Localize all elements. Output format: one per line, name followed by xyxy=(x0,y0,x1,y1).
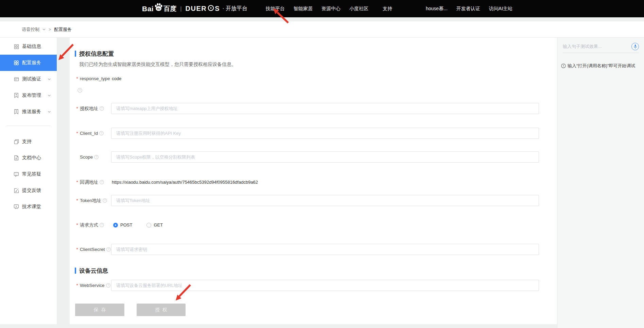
field-row-request-method: * 请求方式 ? POST GET xyxy=(76,219,163,231)
radio-selected-icon xyxy=(113,223,118,227)
nav-item-smart-home[interactable]: 智能家居 xyxy=(294,6,313,12)
help-icon[interactable]: ? xyxy=(106,283,110,288)
field-label: * response_type xyxy=(76,76,111,81)
sidebar-item-label: 文档中心 xyxy=(22,155,41,161)
section-title-text: 授权信息配置 xyxy=(79,50,114,58)
field-label: * WebService ? xyxy=(76,283,111,288)
response-type-value: code xyxy=(112,76,121,81)
required-asterisk: * xyxy=(76,283,79,288)
sidebar-item-label: 支持 xyxy=(22,139,32,145)
chevron-down-icon[interactable] xyxy=(48,111,51,113)
help-icon[interactable]: ? xyxy=(94,155,99,159)
baidu-dueros-logo[interactable]: Bai du 百度 | DUER S · 开放平台 xyxy=(142,0,247,17)
sidebar-item-config-service[interactable]: 配置服务 xyxy=(0,55,57,71)
grid-icon xyxy=(14,44,19,49)
field-label: * 请求方式 ? xyxy=(76,222,111,228)
test-panel: 输入“打开(调用名称)”即可开始调试 xyxy=(557,38,644,328)
required-asterisk: * xyxy=(76,180,79,185)
sidebar-item-label: 常见答疑 xyxy=(22,171,41,177)
nav-item-support[interactable]: 支持 xyxy=(383,6,392,12)
svg-text:?: ? xyxy=(101,107,103,110)
svg-text:?: ? xyxy=(95,155,97,159)
nav-item-xiaodu-community[interactable]: 小度社区 xyxy=(349,6,368,12)
field-row-client-id: * Client_Id ? xyxy=(76,128,539,139)
navbar-menu: 技能平台 智能家居 资源中心 小度社区 支持 xyxy=(266,0,392,17)
field-row-client-secret: * ClientSecret ? xyxy=(76,244,539,255)
svg-text:?: ? xyxy=(108,248,109,251)
sidebar-item-support[interactable]: 支持 xyxy=(0,133,57,150)
field-label: * ClientSecret ? xyxy=(76,247,111,252)
sidebar-item-publish-manage[interactable]: 发布管理 xyxy=(0,87,57,104)
baidu-paw-icon: du xyxy=(154,3,163,13)
section-subtitle: 我们已经为您生成智能家居类技能交互模型，您只需要授权相应设备信息。 xyxy=(79,61,236,68)
svg-text:?: ? xyxy=(101,131,102,135)
dueros-logo-s: S xyxy=(215,5,220,13)
help-icon[interactable]: ? xyxy=(103,198,107,203)
radio-post[interactable]: POST xyxy=(113,222,132,227)
sidebar-item-feedback[interactable]: 提交反馈 xyxy=(0,182,57,199)
breadcrumb: 语音控制 > 配置服务 xyxy=(22,26,72,33)
callback-url-value: https://xiaodu.baidu.com/saiya/auth/7546… xyxy=(112,180,258,185)
help-icon[interactable]: ? xyxy=(100,180,104,184)
test-sentence-input[interactable] xyxy=(563,44,626,49)
chevron-down-icon[interactable] xyxy=(42,29,46,31)
section-title-auth-config: 授权信息配置 xyxy=(75,50,114,57)
navbar-user-area: house慕... 开发者认证 访问AI主站 xyxy=(426,0,512,17)
auth-url-input[interactable] xyxy=(111,103,539,114)
sidebar-item-label: 配置服务 xyxy=(22,60,41,66)
help-icon[interactable]: ? xyxy=(99,131,104,135)
field-label: * 授权地址 ? xyxy=(76,106,111,112)
bookmark-plus-icon xyxy=(14,93,19,98)
sidebar-divider xyxy=(6,126,50,126)
authorize-button[interactable]: 授权 xyxy=(137,304,186,316)
field-row-auth-url: * 授权地址 ? xyxy=(76,103,539,114)
save-button[interactable]: 保存 xyxy=(75,304,124,316)
breadcrumb-parent[interactable]: 语音控制 xyxy=(22,26,39,33)
sidebar-item-label: 发布管理 xyxy=(22,92,41,98)
radio-get[interactable]: GET xyxy=(146,222,163,227)
required-asterisk: * xyxy=(76,198,79,203)
sidebar-item-test-verify[interactable]: 测试验证 xyxy=(0,71,57,87)
chevron-down-icon[interactable] xyxy=(48,78,51,80)
svg-text:?: ? xyxy=(101,223,103,226)
breadcrumb-separator: > xyxy=(49,27,51,32)
token-url-input[interactable] xyxy=(111,195,539,206)
sidebar-item-tech-class[interactable]: 技术课堂 xyxy=(0,199,57,215)
help-icon[interactable]: ? xyxy=(77,88,82,93)
svg-text:?: ? xyxy=(79,89,81,92)
sidebar-item-doc-center[interactable]: 文档中心 xyxy=(0,150,57,166)
svg-text:?: ? xyxy=(101,180,103,184)
sidebar-item-faq[interactable]: 常见答疑 xyxy=(0,166,57,182)
help-icon[interactable]: ? xyxy=(100,106,104,111)
open-platform-label: · 开放平台 xyxy=(222,5,247,12)
sidebar-item-push-service[interactable]: 推送服务 xyxy=(0,104,57,120)
baidu-logo-cn: 百度 xyxy=(163,4,176,13)
web-service-input[interactable] xyxy=(111,280,539,291)
sidebar-item-label: 提交反馈 xyxy=(22,187,41,194)
test-sentence-row xyxy=(563,40,639,53)
required-asterisk: * xyxy=(76,76,79,81)
nav-item-resource-center[interactable]: 资源中心 xyxy=(321,6,341,12)
field-label: * Token地址 ? xyxy=(76,198,111,204)
required-asterisk: * xyxy=(76,222,79,227)
dueros-logo-text: DUER xyxy=(186,5,207,13)
copy-icon xyxy=(14,139,19,144)
client-secret-input[interactable] xyxy=(111,244,539,255)
field-label: * 回调地址 ? xyxy=(76,179,111,185)
developer-cert-link[interactable]: 开发者认证 xyxy=(456,6,480,12)
nav-item-skill-platform[interactable]: 技能平台 xyxy=(266,6,285,12)
sidebar-item-basic-info[interactable]: 基础信息 xyxy=(0,38,57,55)
chat-dots-icon xyxy=(14,172,19,177)
chevron-down-icon[interactable] xyxy=(48,94,51,97)
client-id-input[interactable] xyxy=(111,128,539,139)
help-icon[interactable]: ? xyxy=(106,247,111,252)
clover-icon xyxy=(14,60,19,66)
username[interactable]: house慕... xyxy=(426,6,448,12)
visit-ai-site-link[interactable]: 访问AI主站 xyxy=(489,6,512,12)
help-icon[interactable]: ? xyxy=(100,223,104,227)
svg-text:?: ? xyxy=(104,199,106,202)
logo-divider: | xyxy=(180,5,181,12)
microphone-button[interactable] xyxy=(631,43,639,50)
card-icon xyxy=(14,77,19,82)
scope-input[interactable] xyxy=(111,151,539,163)
